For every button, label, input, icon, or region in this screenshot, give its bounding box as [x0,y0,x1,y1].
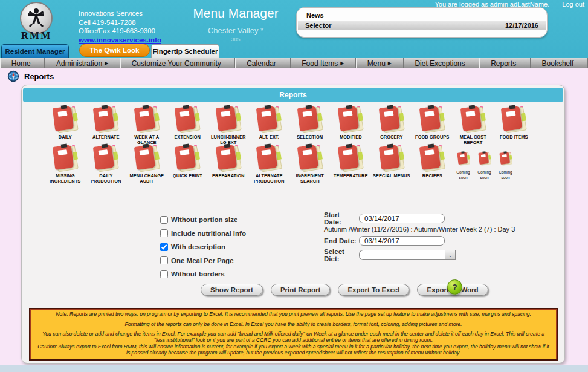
reports-globe-icon [7,70,19,82]
end-date-label: End Date: [324,237,359,244]
company-name: Innovations Services [79,9,161,18]
end-date-input[interactable] [359,236,445,246]
coming-soon-label: Coming soon [474,169,495,180]
nav-item-label: Diet Exceptions [415,59,465,68]
report-tile[interactable]: EXTENSION [167,106,208,145]
nav-item[interactable]: Home [0,58,45,68]
print-report-button[interactable]: Print Report [271,284,330,296]
report-book-icon [457,152,470,165]
news-box: News Selector 12/17/2016 [296,7,548,38]
diet-select-value [359,250,445,260]
news-item-row[interactable]: Selector 12/17/2016 [298,21,546,30]
note-paragraph: You can also delete or add and change th… [36,331,551,343]
report-tile[interactable]: FOOD ITEMS [494,106,535,145]
news-item-label: Selector [305,22,331,29]
start-date-label: Start Date: [324,211,359,226]
report-tile[interactable]: FOOD GROUPS [412,106,453,145]
bottom-strip [0,365,588,372]
nav-item[interactable]: Menu ▶ [356,58,404,68]
option-label: Without borders [171,270,225,278]
report-tile[interactable]: DAILY PRODUCTION [86,145,127,184]
report-tile-label: INGREDIENT SEARCH [289,173,331,184]
module-tabs: Resident Manager The Qwik Look Fingertip… [0,42,588,58]
nav-item[interactable]: Reports [479,58,530,68]
report-tile-label: FOOD ITEMS [500,134,528,140]
report-book-icon [380,106,404,132]
report-tile-label: SPECIAL MENUS [373,173,410,178]
option-checkbox[interactable] [160,229,168,237]
report-tile[interactable]: DAILY [45,106,86,145]
nav-item[interactable]: Food Items ▶ [291,58,357,68]
report-options: Without portion size Include nutritional… [160,213,246,281]
option-checkbox[interactable] [160,243,168,251]
news-item-date: 12/17/2016 [505,22,538,29]
nav-item[interactable]: Diet Exceptions [404,58,480,68]
report-tile[interactable]: WEEK AT A GLANCE [126,106,167,145]
nav-item-label: Customize Your Community [132,59,221,68]
reports-panel: Reports DAILY ALTERNATE [21,85,565,364]
report-tile[interactable]: MEAL COST REPORT [453,106,494,145]
note-box: Note: Reports are printed two ways: on p… [29,308,558,361]
submenu-arrow-icon: ▶ [388,60,392,66]
report-book-icon [216,145,241,171]
report-tile[interactable]: ALTERNATE PRODUCTION [249,145,290,184]
help-icon[interactable]: ? [447,279,462,295]
submenu-arrow-icon: ▶ [105,60,108,66]
report-tile[interactable]: MISSING INGREDIENTS [45,145,86,184]
report-book-icon [53,106,77,132]
panel-header: Reports [23,88,563,102]
vitruvian-man-icon [24,6,48,30]
report-tile[interactable]: LUNCH-DINNER LG EXT [208,106,249,145]
report-book-icon [94,106,118,132]
report-tile[interactable]: QUICK PRINT [167,145,208,184]
report-book-icon [298,145,322,171]
report-book-icon [500,152,512,165]
tab-fingertip-scheduler[interactable]: Fingertip Scheduler [151,44,219,58]
nav-item[interactable]: Administration ▶ [45,58,120,68]
report-book-icon [53,145,77,171]
report-tile[interactable]: TEMPERATURE [331,145,372,184]
report-tile-label: SELECTION [297,134,323,140]
report-tile[interactable]: GROCERY [371,106,412,145]
contact-info: Innovations Services Cell 419-541-7288 O… [79,9,161,44]
report-tile[interactable]: SPECIAL MENUS [371,145,412,184]
nav-item[interactable]: Calendar [235,58,290,68]
report-tile[interactable]: ALT. EXT. [249,106,290,145]
note-paragraph: Formatting of the reports can only be do… [36,322,551,328]
option-checkbox[interactable] [160,216,168,224]
report-tile-label: DAILY [59,134,72,140]
diet-select[interactable]: ⌄ [359,250,456,260]
report-tile-label: MEAL COST REPORT [453,134,494,145]
note-paragraph: Caution: Always export to Excel from RMM… [36,344,551,356]
report-tile[interactable]: ALTERNATE [86,106,127,145]
report-tile-label: EXTENSION [175,134,201,140]
submenu-arrow-icon: ▶ [340,60,344,66]
chevron-down-icon[interactable]: ⌄ [445,250,456,260]
logout-link[interactable]: Log out [562,1,584,8]
report-book-icon [135,145,159,171]
title-block: Menu Manager Chester Valley * 305 [163,6,308,42]
report-tile[interactable]: PREPARATION [208,145,249,184]
nav-item[interactable]: Bookshelf [531,58,588,68]
coming-soon-tile: Coming soon [474,145,495,184]
start-date-input[interactable] [359,214,445,223]
nav-item-label: Food Items [302,59,338,68]
tab-resident-manager[interactable]: Resident Manager [1,44,69,58]
note-paragraph: Note: Reports are printed two ways: on p… [36,312,551,318]
report-tile-label: MENU CHANGE AUDIT [126,173,167,184]
report-tile[interactable]: INGREDIENT SEARCH [289,145,331,184]
report-tile[interactable]: MENU CHANGE AUDIT [126,145,167,184]
report-tile[interactable]: SELECTION [289,106,331,145]
nav-item[interactable]: Customize Your Community [120,58,235,68]
report-tile[interactable]: MODIFIED [331,106,372,145]
option-checkbox[interactable] [160,270,168,278]
show-report-button[interactable]: Show Report [201,284,263,296]
report-tile-label: PREPARATION [212,173,244,178]
cell-phone: Cell 419-541-7288 [79,18,161,27]
report-tile[interactable]: RECIPES [412,145,453,184]
option-label: With description [171,243,225,250]
coming-soon-tile: Coming soon [453,145,474,184]
tab-the-qwik-look[interactable]: The Qwik Look [79,44,150,57]
option-checkbox[interactable] [160,256,168,264]
export-to-excel-button[interactable]: Export To Excel [338,284,409,296]
